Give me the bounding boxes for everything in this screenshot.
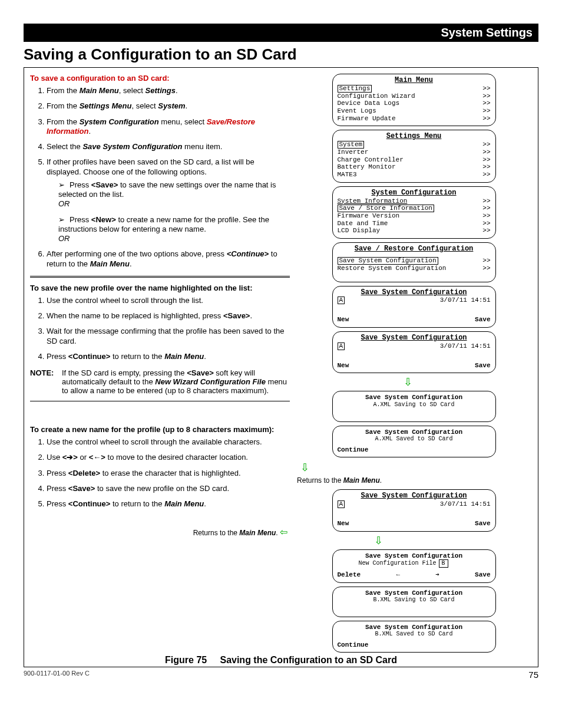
sub-step: Press <Save> to save the new settings ov…: [58, 180, 290, 209]
section1-steps: From the Main Menu, select Settings. Fro…: [30, 86, 290, 269]
step: When the name to be replaced is highligh…: [47, 311, 290, 321]
step: From the Main Menu, select Settings.: [47, 86, 290, 95]
section2-heading: To save the new profile over the name hi…: [30, 284, 290, 292]
chevron-icon: >>: [482, 163, 490, 171]
doc-number: 900-0117-01-00 Rev C: [24, 670, 90, 680]
lcd-message: B.XML Saving to SD Card: [338, 597, 491, 604]
arrow-down-icon: ⇩: [374, 534, 383, 547]
lcd-item: Charge Controller: [338, 156, 404, 164]
chevron-icon: >>: [482, 205, 490, 212]
lcd-title: Save System Configuration: [338, 624, 491, 631]
softkey-save: Save: [475, 316, 490, 324]
note-text: If the SD card is empty, pressing the <S…: [62, 368, 290, 395]
lcd-title: Save System Configuration: [338, 492, 491, 500]
lcd-field: A: [338, 342, 345, 350]
arrow-down-icon: ⇩: [404, 375, 412, 388]
lcd-item: Battery Monitor: [338, 163, 396, 171]
chevron-icon: >>: [482, 197, 490, 205]
step: If other profiles have been saved on the…: [47, 157, 290, 243]
lcd-title: Main Menu: [338, 77, 491, 85]
lcd-main-menu: Main Menu Settings>> Configuration Wizar…: [332, 74, 496, 126]
lcd-saved: Save System Configuration A.XML Saved to…: [332, 426, 496, 458]
lcd-selected: System: [338, 141, 365, 149]
lcd-title: System Configuration: [338, 189, 491, 197]
chevron-icon: >>: [482, 107, 490, 115]
step: From the Settings Menu, select System.: [47, 101, 290, 111]
chevron-icon: >>: [482, 149, 490, 156]
lcd-new-file: Save System Configuration New Configurat…: [332, 549, 496, 583]
note: NOTE: If the SD card is empty, pressing …: [30, 368, 290, 395]
lcd-field: A: [338, 297, 345, 304]
sub-step: Press <New> to create a new name for the…: [58, 215, 290, 244]
chevron-icon: >>: [482, 115, 490, 123]
lcd-saved-b: Save System Configuration B.XML Saved to…: [332, 621, 496, 653]
step: After performing one of the two options …: [47, 249, 290, 269]
lcd-item: Device Data Logs: [338, 100, 400, 107]
step: From the System Configuration menu, sele…: [47, 117, 290, 137]
content-box: To save a configuration to an SD card: F…: [24, 67, 538, 667]
chevron-icon: >>: [482, 257, 490, 265]
chevron-icon: >>: [482, 100, 490, 107]
section2-steps: Use the control wheel to scroll through …: [30, 296, 290, 361]
softkey-new: New: [338, 316, 349, 324]
lcd-item: Date and Time: [338, 220, 388, 228]
chevron-icon: >>: [482, 93, 490, 100]
softkey-delete: Delete: [338, 571, 361, 579]
lcd-message: A.XML Saving to SD Card: [338, 401, 491, 409]
lcd-saving-b: Save System Configuration B.XML Saving t…: [332, 587, 496, 617]
section3-heading: To create a new name for the profile (up…: [30, 425, 290, 434]
softkey-save: Save: [475, 571, 490, 579]
step: Use <➔> or <←> to move to the desired ch…: [47, 453, 290, 462]
softkey-new: New: [338, 520, 349, 528]
lcd-item: Firmware Version: [338, 212, 400, 220]
lcd-message: A.XML Saved to SD Card: [338, 436, 491, 443]
arrow-left-icon: ⇦: [280, 527, 287, 537]
chevron-icon: >>: [482, 141, 490, 149]
softkey-continue: Continue: [338, 446, 369, 454]
softkey-save: Save: [475, 362, 490, 370]
lcd-label: New Configuration File: [358, 560, 436, 566]
step: Wait for the message confirming that the…: [47, 327, 290, 346]
lcd-selected: Save System Configuration: [338, 257, 438, 265]
step: Press <Continue> to return to the Main M…: [47, 499, 290, 509]
chevron-icon: >>: [482, 265, 490, 272]
returns-note: Returns to the Main Menu.: [296, 476, 382, 485]
lcd-item: Firmware Update: [338, 115, 396, 123]
lcd-item: Restore System Configuration: [338, 265, 447, 272]
lcd-title: Save System Configuration: [338, 289, 491, 297]
page-number: 75: [528, 670, 538, 680]
softkey-right-icon: ➔: [435, 571, 439, 579]
lcd-date: 3/07/11 14:51: [440, 500, 491, 508]
softkey-save: Save: [475, 520, 490, 528]
chevron-icon: >>: [482, 212, 490, 220]
chevron-icon: >>: [482, 85, 490, 93]
step: Use the control wheel to scroll through …: [47, 296, 290, 305]
lcd-field: A: [338, 500, 345, 508]
page-footer: 900-0117-01-00 Rev C 75: [24, 670, 538, 680]
softkey-new: New: [338, 362, 349, 370]
lcd-ssc-a3: Save System Configuration A3/07/11 14:51…: [332, 489, 496, 531]
step: Press <Save> to save the new profile on …: [47, 484, 290, 493]
note-label: NOTE:: [30, 368, 56, 395]
lcd-system-config: System Configuration System Information>…: [332, 186, 496, 239]
lcd-title: Save System Configuration: [338, 429, 491, 436]
lcd-title: Save System Configuration: [338, 552, 491, 560]
chevron-icon: >>: [482, 220, 490, 228]
lcd-title: Save System Configuration: [338, 334, 491, 342]
lcd-title: Save System Configuration: [338, 394, 491, 401]
lcd-selected: Settings: [338, 85, 372, 93]
lcd-title: Settings Menu: [338, 133, 491, 141]
lcd-settings-menu: Settings Menu System>> Inverter>> Charge…: [332, 130, 496, 182]
lcd-selected: Save / Store Information: [338, 205, 434, 212]
lcd-item: Configuration Wizard: [338, 93, 415, 100]
arrow-down-icon: ⇩: [300, 461, 309, 474]
chevron-icon: >>: [482, 156, 490, 164]
lcd-ssc-a: Save System Configuration A3/07/11 14:51…: [332, 286, 496, 328]
lcd-date: 3/07/11 14:51: [440, 297, 491, 304]
page-title: Saving a Configuration to an SD Card: [24, 45, 538, 64]
step: Press <Delete> to erase the character th…: [47, 469, 290, 478]
chevron-icon: >>: [482, 227, 490, 235]
lcd-title: Save / Restore Configuration: [338, 245, 491, 253]
lcd-item: System Information: [338, 197, 408, 205]
lcd-input-box: B: [439, 559, 448, 568]
